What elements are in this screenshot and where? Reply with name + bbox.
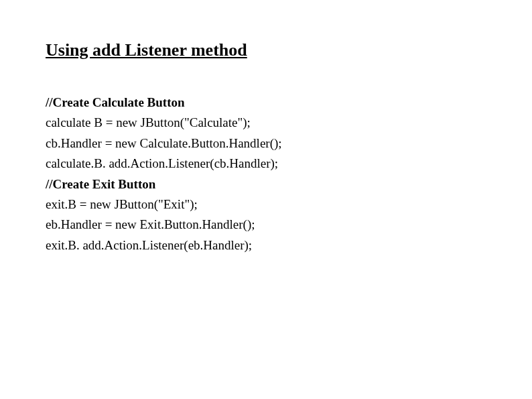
code-line: eb.Handler = new Exit.Button.Handler(); xyxy=(46,215,486,235)
code-line: exit.B = new JButton("Exit"); xyxy=(46,194,486,215)
code-line: exit.B. add.Action.Listener(eb.Handler); xyxy=(46,235,486,255)
code-line: cb.Handler = new Calculate.Button.Handle… xyxy=(46,133,486,154)
page-title: Using add Listener method xyxy=(46,40,486,60)
code-line: calculate.B. add.Action.Listener(cb.Hand… xyxy=(46,154,486,174)
code-line-comment: //Create Calculate Button xyxy=(46,93,486,113)
code-line-comment: //Create Exit Button xyxy=(46,174,486,194)
code-line: calculate B = new JButton("Calculate"); xyxy=(46,113,486,133)
document-page: Using add Listener method //Create Calcu… xyxy=(0,0,532,255)
